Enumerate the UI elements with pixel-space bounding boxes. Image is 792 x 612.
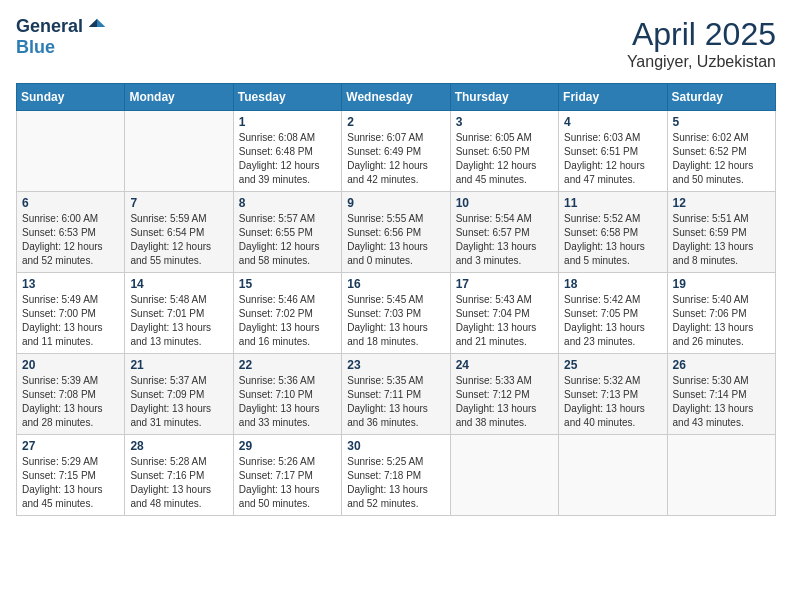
day-number: 16 (347, 277, 444, 291)
month-year-title: April 2025 (627, 16, 776, 53)
calendar-cell (667, 435, 775, 516)
calendar-cell: 26Sunrise: 5:30 AM Sunset: 7:14 PM Dayli… (667, 354, 775, 435)
day-number: 3 (456, 115, 553, 129)
logo: General Blue (16, 16, 107, 58)
cell-content: Sunrise: 6:08 AM Sunset: 6:48 PM Dayligh… (239, 131, 336, 187)
svg-marker-1 (89, 18, 97, 26)
day-number: 28 (130, 439, 227, 453)
cell-content: Sunrise: 5:25 AM Sunset: 7:18 PM Dayligh… (347, 455, 444, 511)
day-number: 23 (347, 358, 444, 372)
cell-content: Sunrise: 5:46 AM Sunset: 7:02 PM Dayligh… (239, 293, 336, 349)
day-number: 14 (130, 277, 227, 291)
day-number: 20 (22, 358, 119, 372)
calendar-cell (125, 111, 233, 192)
cell-content: Sunrise: 5:33 AM Sunset: 7:12 PM Dayligh… (456, 374, 553, 430)
cell-content: Sunrise: 6:03 AM Sunset: 6:51 PM Dayligh… (564, 131, 661, 187)
calendar-cell: 9Sunrise: 5:55 AM Sunset: 6:56 PM Daylig… (342, 192, 450, 273)
calendar-cell: 18Sunrise: 5:42 AM Sunset: 7:05 PM Dayli… (559, 273, 667, 354)
day-number: 19 (673, 277, 770, 291)
cell-content: Sunrise: 5:30 AM Sunset: 7:14 PM Dayligh… (673, 374, 770, 430)
cell-content: Sunrise: 5:29 AM Sunset: 7:15 PM Dayligh… (22, 455, 119, 511)
day-number: 6 (22, 196, 119, 210)
day-number: 5 (673, 115, 770, 129)
day-number: 25 (564, 358, 661, 372)
calendar-cell: 22Sunrise: 5:36 AM Sunset: 7:10 PM Dayli… (233, 354, 341, 435)
calendar-cell: 25Sunrise: 5:32 AM Sunset: 7:13 PM Dayli… (559, 354, 667, 435)
calendar-cell: 27Sunrise: 5:29 AM Sunset: 7:15 PM Dayli… (17, 435, 125, 516)
day-number: 10 (456, 196, 553, 210)
weekday-header-wednesday: Wednesday (342, 84, 450, 111)
day-number: 22 (239, 358, 336, 372)
cell-content: Sunrise: 6:00 AM Sunset: 6:53 PM Dayligh… (22, 212, 119, 268)
day-number: 11 (564, 196, 661, 210)
svg-marker-0 (97, 18, 105, 26)
day-number: 13 (22, 277, 119, 291)
day-number: 24 (456, 358, 553, 372)
day-number: 4 (564, 115, 661, 129)
cell-content: Sunrise: 5:36 AM Sunset: 7:10 PM Dayligh… (239, 374, 336, 430)
day-number: 9 (347, 196, 444, 210)
day-number: 29 (239, 439, 336, 453)
calendar-week-row: 1Sunrise: 6:08 AM Sunset: 6:48 PM Daylig… (17, 111, 776, 192)
calendar-cell: 5Sunrise: 6:02 AM Sunset: 6:52 PM Daylig… (667, 111, 775, 192)
day-number: 7 (130, 196, 227, 210)
cell-content: Sunrise: 5:32 AM Sunset: 7:13 PM Dayligh… (564, 374, 661, 430)
cell-content: Sunrise: 5:28 AM Sunset: 7:16 PM Dayligh… (130, 455, 227, 511)
cell-content: Sunrise: 5:40 AM Sunset: 7:06 PM Dayligh… (673, 293, 770, 349)
calendar-cell: 14Sunrise: 5:48 AM Sunset: 7:01 PM Dayli… (125, 273, 233, 354)
calendar-week-row: 27Sunrise: 5:29 AM Sunset: 7:15 PM Dayli… (17, 435, 776, 516)
cell-content: Sunrise: 5:51 AM Sunset: 6:59 PM Dayligh… (673, 212, 770, 268)
calendar-week-row: 20Sunrise: 5:39 AM Sunset: 7:08 PM Dayli… (17, 354, 776, 435)
calendar-cell: 21Sunrise: 5:37 AM Sunset: 7:09 PM Dayli… (125, 354, 233, 435)
weekday-header-row: SundayMondayTuesdayWednesdayThursdayFrid… (17, 84, 776, 111)
day-number: 2 (347, 115, 444, 129)
cell-content: Sunrise: 5:42 AM Sunset: 7:05 PM Dayligh… (564, 293, 661, 349)
weekday-header-saturday: Saturday (667, 84, 775, 111)
calendar-cell: 6Sunrise: 6:00 AM Sunset: 6:53 PM Daylig… (17, 192, 125, 273)
day-number: 17 (456, 277, 553, 291)
logo-icon (87, 17, 107, 37)
day-number: 27 (22, 439, 119, 453)
calendar-cell: 15Sunrise: 5:46 AM Sunset: 7:02 PM Dayli… (233, 273, 341, 354)
calendar-cell: 20Sunrise: 5:39 AM Sunset: 7:08 PM Dayli… (17, 354, 125, 435)
cell-content: Sunrise: 5:59 AM Sunset: 6:54 PM Dayligh… (130, 212, 227, 268)
calendar-cell: 19Sunrise: 5:40 AM Sunset: 7:06 PM Dayli… (667, 273, 775, 354)
calendar-cell: 28Sunrise: 5:28 AM Sunset: 7:16 PM Dayli… (125, 435, 233, 516)
calendar-week-row: 13Sunrise: 5:49 AM Sunset: 7:00 PM Dayli… (17, 273, 776, 354)
calendar-cell: 8Sunrise: 5:57 AM Sunset: 6:55 PM Daylig… (233, 192, 341, 273)
calendar-cell: 7Sunrise: 5:59 AM Sunset: 6:54 PM Daylig… (125, 192, 233, 273)
cell-content: Sunrise: 5:45 AM Sunset: 7:03 PM Dayligh… (347, 293, 444, 349)
calendar-cell: 10Sunrise: 5:54 AM Sunset: 6:57 PM Dayli… (450, 192, 558, 273)
day-number: 21 (130, 358, 227, 372)
page-header: General Blue April 2025 Yangiyer, Uzbeki… (16, 16, 776, 71)
weekday-header-sunday: Sunday (17, 84, 125, 111)
calendar-body: 1Sunrise: 6:08 AM Sunset: 6:48 PM Daylig… (17, 111, 776, 516)
calendar-cell (559, 435, 667, 516)
calendar-cell: 4Sunrise: 6:03 AM Sunset: 6:51 PM Daylig… (559, 111, 667, 192)
calendar-cell: 16Sunrise: 5:45 AM Sunset: 7:03 PM Dayli… (342, 273, 450, 354)
cell-content: Sunrise: 5:37 AM Sunset: 7:09 PM Dayligh… (130, 374, 227, 430)
day-number: 18 (564, 277, 661, 291)
calendar-cell: 12Sunrise: 5:51 AM Sunset: 6:59 PM Dayli… (667, 192, 775, 273)
weekday-header-tuesday: Tuesday (233, 84, 341, 111)
calendar-cell: 23Sunrise: 5:35 AM Sunset: 7:11 PM Dayli… (342, 354, 450, 435)
calendar-table: SundayMondayTuesdayWednesdayThursdayFrid… (16, 83, 776, 516)
calendar-cell: 3Sunrise: 6:05 AM Sunset: 6:50 PM Daylig… (450, 111, 558, 192)
weekday-header-friday: Friday (559, 84, 667, 111)
day-number: 15 (239, 277, 336, 291)
location-subtitle: Yangiyer, Uzbekistan (627, 53, 776, 71)
cell-content: Sunrise: 5:54 AM Sunset: 6:57 PM Dayligh… (456, 212, 553, 268)
calendar-cell (17, 111, 125, 192)
calendar-cell: 30Sunrise: 5:25 AM Sunset: 7:18 PM Dayli… (342, 435, 450, 516)
weekday-header-thursday: Thursday (450, 84, 558, 111)
day-number: 1 (239, 115, 336, 129)
day-number: 12 (673, 196, 770, 210)
calendar-cell: 29Sunrise: 5:26 AM Sunset: 7:17 PM Dayli… (233, 435, 341, 516)
day-number: 26 (673, 358, 770, 372)
calendar-cell (450, 435, 558, 516)
calendar-cell: 1Sunrise: 6:08 AM Sunset: 6:48 PM Daylig… (233, 111, 341, 192)
cell-content: Sunrise: 6:02 AM Sunset: 6:52 PM Dayligh… (673, 131, 770, 187)
weekday-header-monday: Monday (125, 84, 233, 111)
calendar-cell: 13Sunrise: 5:49 AM Sunset: 7:00 PM Dayli… (17, 273, 125, 354)
calendar-cell: 2Sunrise: 6:07 AM Sunset: 6:49 PM Daylig… (342, 111, 450, 192)
